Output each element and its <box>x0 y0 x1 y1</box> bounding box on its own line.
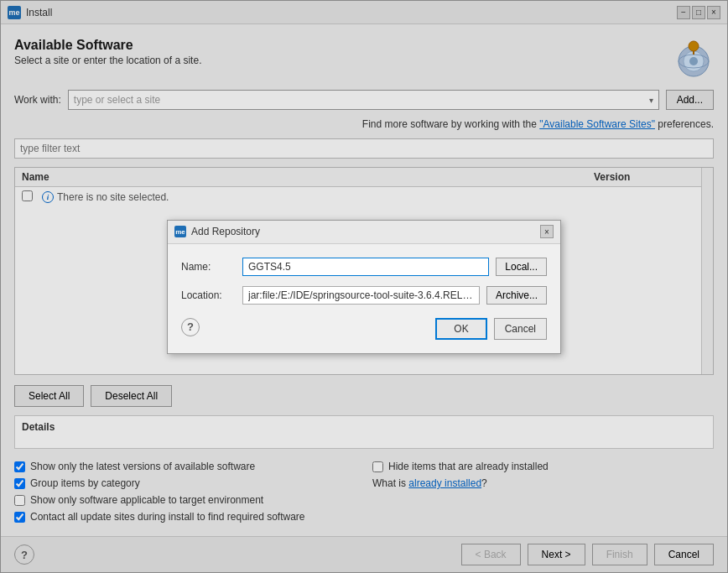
dialog-overlay: me Add Repository × Name: Local... Locat… <box>0 0 728 573</box>
dialog-bottom-row: ? OK Cancel <box>181 315 547 340</box>
dialog-name-input[interactable] <box>242 258 489 276</box>
dialog-location-label: Location: <box>181 289 236 301</box>
dialog-close-button[interactable]: × <box>540 225 554 238</box>
dialog-app-icon: me <box>174 226 186 237</box>
dialog-help-button[interactable]: ? <box>181 318 200 336</box>
local-button[interactable]: Local... <box>496 258 547 276</box>
dialog-content: Name: Local... Location: Archive... ? OK… <box>168 244 560 353</box>
dialog-title: Add Repository <box>191 226 260 237</box>
dialog-action-buttons: OK Cancel <box>435 315 547 340</box>
dialog-location-input[interactable] <box>242 286 480 305</box>
dialog-name-row: Name: Local... <box>181 258 547 276</box>
archive-button[interactable]: Archive... <box>486 286 547 305</box>
dialog-name-label: Name: <box>181 261 236 273</box>
add-repository-dialog: me Add Repository × Name: Local... Locat… <box>167 220 561 354</box>
dialog-title-left: me Add Repository <box>174 226 260 237</box>
dialog-title-bar: me Add Repository × <box>168 221 560 244</box>
dialog-location-row: Location: Archive... <box>181 286 547 305</box>
dialog-cancel-button[interactable]: Cancel <box>494 318 547 340</box>
dialog-ok-button[interactable]: OK <box>435 318 486 340</box>
